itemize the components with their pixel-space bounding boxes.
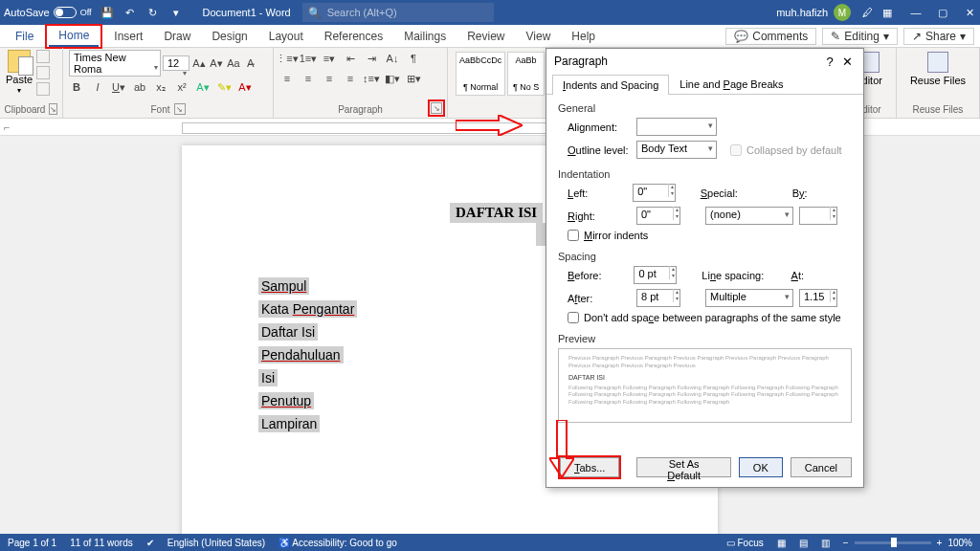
list-item[interactable]: Lampiran bbox=[258, 415, 320, 432]
undo-icon[interactable]: ↶ bbox=[122, 5, 138, 20]
font-color-icon[interactable]: A▾ bbox=[237, 79, 253, 95]
by-input[interactable] bbox=[799, 207, 837, 225]
tab-file[interactable]: File bbox=[6, 27, 43, 46]
close-icon[interactable]: ✕ bbox=[963, 7, 976, 19]
numbering-icon[interactable]: 1≡▾ bbox=[301, 51, 316, 66]
list-item[interactable]: Daftar Isi bbox=[258, 323, 318, 341]
share-button[interactable]: ↗ Share ▾ bbox=[903, 28, 974, 45]
list-item[interactable]: Isi bbox=[258, 369, 278, 386]
page-count[interactable]: Page 1 of 1 bbox=[8, 538, 56, 548]
multilevel-icon[interactable]: ≡▾ bbox=[322, 51, 337, 66]
zoom-out-icon[interactable]: − bbox=[843, 538, 849, 548]
doc-title[interactable]: DAFTAR ISI bbox=[450, 203, 543, 223]
tab-help[interactable]: Help bbox=[562, 27, 605, 46]
language[interactable]: English (United States) bbox=[167, 538, 265, 548]
focus-mode[interactable]: ▭ Focus bbox=[726, 538, 764, 548]
tab-selector-icon[interactable]: ⌐ bbox=[4, 121, 10, 133]
tab-mailings[interactable]: Mailings bbox=[394, 27, 456, 46]
font-size-select[interactable]: 12 bbox=[163, 55, 189, 71]
linesp-select[interactable]: Multiple bbox=[705, 289, 793, 307]
toggle-icon[interactable] bbox=[54, 7, 77, 18]
tab-review[interactable]: Review bbox=[457, 27, 514, 46]
left-input[interactable]: 0" bbox=[633, 184, 676, 202]
mirror-checkbox[interactable] bbox=[568, 230, 579, 241]
list-item[interactable]: Kata Pengantar bbox=[258, 300, 357, 318]
justify-icon[interactable]: ≡ bbox=[343, 71, 358, 86]
tab-design[interactable]: Design bbox=[202, 27, 256, 46]
before-input[interactable]: 0 pt bbox=[634, 266, 677, 284]
tab-references[interactable]: References bbox=[315, 27, 392, 46]
spellcheck-icon[interactable]: ✔ bbox=[146, 538, 154, 548]
present-icon[interactable]: 🖊 bbox=[862, 7, 873, 18]
clipboard-launcher[interactable]: ↘ bbox=[49, 103, 57, 115]
tab-home[interactable]: Home bbox=[49, 26, 99, 47]
list-item[interactable]: Pendahuluan bbox=[258, 346, 344, 364]
autosave-toggle[interactable]: AutoSave Off bbox=[4, 7, 92, 18]
view-web-icon[interactable]: ▥ bbox=[821, 538, 830, 548]
outline-select[interactable]: Body Text bbox=[636, 141, 717, 159]
align-center-icon[interactable]: ≡ bbox=[301, 71, 316, 86]
style-nospacing[interactable]: AaBb ¶ No S bbox=[507, 52, 545, 96]
zoom-level[interactable]: 100% bbox=[947, 538, 972, 548]
editing-button[interactable]: ✎ Editing ▾ bbox=[822, 28, 898, 45]
superscript-icon[interactable]: x² bbox=[174, 79, 189, 95]
maximize-icon[interactable]: ▢ bbox=[936, 7, 949, 19]
dec-indent-icon[interactable]: ⇤ bbox=[343, 51, 358, 66]
strike-icon[interactable]: ab bbox=[132, 79, 147, 95]
right-input[interactable]: 0" bbox=[636, 207, 680, 225]
font-launcher[interactable]: ↘ bbox=[174, 103, 186, 115]
tab-layout[interactable]: Layout bbox=[259, 27, 313, 46]
nospace-checkbox[interactable] bbox=[568, 312, 579, 323]
text-effects-icon[interactable]: A▾ bbox=[195, 79, 211, 95]
grow-font-icon[interactable]: A▴ bbox=[191, 55, 207, 71]
accessibility[interactable]: ♿ Accessibility: Good to go bbox=[278, 538, 397, 548]
paste-button[interactable]: Paste ▾ bbox=[6, 50, 33, 96]
qat-more-icon[interactable]: ▾ bbox=[168, 5, 184, 20]
style-normal[interactable]: AaBbCcDc ¶ Normal bbox=[456, 52, 505, 96]
cancel-button[interactable]: Cancel bbox=[791, 457, 852, 477]
bold-icon[interactable]: B bbox=[69, 79, 84, 95]
redo-icon[interactable]: ↻ bbox=[145, 5, 161, 20]
line-spacing-icon[interactable]: ↕≡▾ bbox=[364, 71, 379, 86]
dialog-close-icon[interactable]: ✕ bbox=[838, 55, 856, 69]
change-case-icon[interactable]: Aa bbox=[226, 55, 241, 71]
underline-icon[interactable]: U▾ bbox=[111, 79, 126, 95]
borders-icon[interactable]: ⊞▾ bbox=[406, 71, 421, 86]
align-right-icon[interactable]: ≡ bbox=[322, 71, 337, 86]
sort-icon[interactable]: A↓ bbox=[385, 51, 400, 66]
tab-draw[interactable]: Draw bbox=[154, 27, 200, 46]
tab-line-breaks[interactable]: Line and Page Breaks bbox=[669, 74, 793, 94]
subscript-icon[interactable]: x₂ bbox=[153, 79, 168, 95]
zoom-control[interactable]: − + 100% bbox=[843, 538, 972, 548]
after-input[interactable]: 8 pt bbox=[636, 289, 680, 307]
font-name-select[interactable]: Times New Roma bbox=[69, 50, 161, 77]
ok-button[interactable]: OK bbox=[739, 457, 783, 477]
shading-icon[interactable]: ◧▾ bbox=[385, 71, 400, 86]
shrink-font-icon[interactable]: A▾ bbox=[209, 55, 224, 71]
view-read-icon[interactable]: ▦ bbox=[777, 538, 786, 548]
search-box[interactable]: 🔍 Search (Alt+Q) bbox=[302, 3, 494, 22]
tab-view[interactable]: View bbox=[517, 27, 561, 46]
alignment-select[interactable] bbox=[636, 118, 717, 136]
minimize-icon[interactable]: — bbox=[909, 7, 923, 19]
copy-icon[interactable] bbox=[36, 66, 50, 79]
inc-indent-icon[interactable]: ⇥ bbox=[364, 51, 379, 66]
user-account[interactable]: muh.hafizh M bbox=[776, 4, 851, 21]
word-count[interactable]: 11 of 11 words bbox=[70, 538, 133, 548]
tab-indents-spacing[interactable]: Indents and Spacing bbox=[552, 75, 669, 95]
reuse-files-icon[interactable] bbox=[927, 52, 948, 73]
align-left-icon[interactable]: ≡ bbox=[279, 71, 295, 86]
comments-button[interactable]: 💬 Comments bbox=[725, 28, 816, 45]
set-default-button[interactable]: Set As Default bbox=[636, 457, 730, 477]
show-marks-icon[interactable]: ¶ bbox=[406, 51, 421, 66]
zoom-slider[interactable] bbox=[855, 541, 931, 544]
cut-icon[interactable] bbox=[36, 50, 50, 63]
save-icon[interactable]: 💾 bbox=[100, 5, 115, 20]
ribbon-mode-icon[interactable]: ▦ bbox=[882, 7, 892, 19]
list-item[interactable]: Sampul bbox=[258, 277, 309, 295]
italic-icon[interactable]: I bbox=[90, 79, 105, 95]
tab-insert[interactable]: Insert bbox=[104, 27, 152, 46]
clear-format-icon[interactable]: A̶ bbox=[243, 55, 258, 71]
special-select[interactable]: (none) bbox=[705, 207, 793, 225]
format-painter-icon[interactable] bbox=[36, 82, 50, 96]
